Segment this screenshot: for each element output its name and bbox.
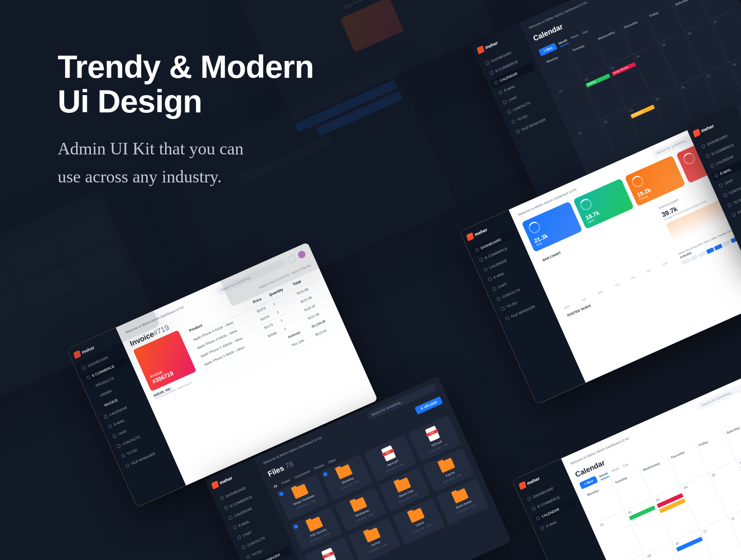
event[interactable]: Workshop [630, 105, 655, 119]
check-icon [279, 491, 284, 497]
check-icon [293, 524, 298, 529]
event[interactable]: Design Review [611, 62, 636, 76]
pdf-icon [321, 548, 336, 560]
hero-title: Trendy & Modern Ui Design [58, 49, 314, 119]
pdf-icon [425, 426, 440, 442]
event[interactable]: Meeting [586, 74, 611, 88]
hero-subtitle: Admin UI Kit that you can use across any… [58, 135, 314, 190]
pdf-icon [381, 445, 396, 462]
hero-copy: Trendy & Modern Ui Design Admin UI Kit t… [58, 49, 314, 191]
check-icon [323, 471, 328, 477]
